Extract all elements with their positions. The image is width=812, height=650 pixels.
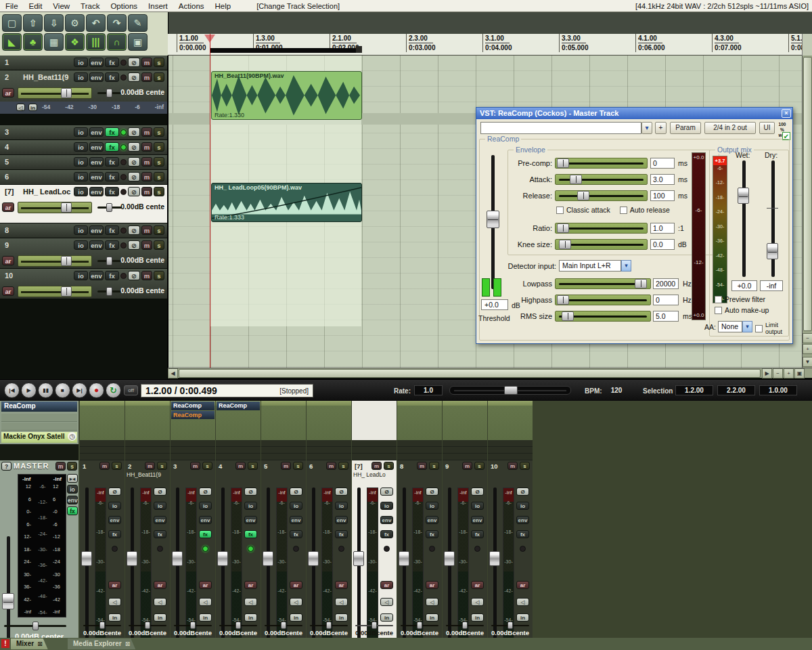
tab-media-explorer[interactable]: Media Explorer⊠ <box>68 638 135 649</box>
toolbar-open-project-icon-icon[interactable]: ⇧ <box>23 14 43 32</box>
dry-fader[interactable] <box>771 160 775 277</box>
mute-button[interactable]: m <box>141 187 152 196</box>
strip-fx-area[interactable] <box>125 401 170 440</box>
zoom-menu-icon[interactable]: ▣ <box>794 368 805 378</box>
pan-slider[interactable] <box>97 204 122 211</box>
strip-fx-button[interactable]: fx <box>516 530 529 538</box>
strip-fx-area[interactable]: ReaComp <box>216 401 261 440</box>
selection-length[interactable]: 1.0.00 <box>759 385 797 395</box>
fx-slot-bypassed[interactable]: ReaComp <box>171 411 215 419</box>
strip-pan-slider[interactable] <box>310 623 348 628</box>
fx-slot[interactable]: ReaComp <box>171 402 215 410</box>
loop-selection-bar[interactable] <box>210 48 361 53</box>
preset-combo[interactable] <box>480 122 641 134</box>
strip-fx-button[interactable]: fx <box>426 530 438 538</box>
input-button[interactable]: in <box>28 104 37 111</box>
selection-end[interactable]: 2.2.00 <box>717 385 755 395</box>
timeline-ruler[interactable]: 1.1.00 0:00.000 1.3.00 0:01.000 2.1.00 0… <box>168 34 802 56</box>
toolbar-envelope-icon-icon[interactable]: ◣ <box>2 33 22 51</box>
strip-fx-button[interactable]: fx <box>335 530 348 538</box>
strip-phase-button[interactable]: Ø <box>199 488 212 496</box>
strip-env-button[interactable]: env <box>199 516 212 524</box>
strip-fader-thumb[interactable] <box>172 551 183 566</box>
tab-close-icon[interactable]: ⊠ <box>37 641 43 647</box>
strip-fx-area[interactable] <box>307 401 351 440</box>
alert-badge[interactable]: ! <box>1 639 9 648</box>
record-arm-button[interactable] <box>120 174 127 180</box>
strip-speaker-button[interactable]: ◁ <box>154 598 166 606</box>
zoom-out-icon[interactable]: − <box>773 368 783 378</box>
strip-fader-thumb[interactable] <box>217 551 228 566</box>
param-slider[interactable] <box>555 295 651 305</box>
strip-automation-button[interactable]: ar <box>290 581 302 589</box>
fx-button[interactable]: fx <box>105 225 119 235</box>
strip-sends-area[interactable] <box>443 440 487 460</box>
env-button[interactable]: env <box>89 187 104 196</box>
output-checkbox[interactable]: Auto make-up <box>715 306 769 314</box>
param-value[interactable]: 20000 <box>653 278 679 289</box>
strip-mute-button[interactable]: m <box>235 462 246 470</box>
mute-button[interactable]: m <box>141 225 152 235</box>
strip-pan-thumb[interactable] <box>190 622 196 629</box>
limit-output-checkbox[interactable]: Limit output <box>755 322 792 335</box>
mixer-strip-3[interactable]: ReaComp ReaComp 3 m s -inf -6--18--30--4… <box>171 401 215 638</box>
track-panel-10[interactable]: 10 io env fx ⊘ m s ar <box>0 269 167 299</box>
param-slider-thumb[interactable] <box>577 191 589 200</box>
wet-value[interactable]: +0.0 <box>731 280 757 291</box>
strip-sends-area[interactable] <box>352 440 397 460</box>
ui-button[interactable]: UI <box>759 122 775 134</box>
strip-fader-thumb[interactable] <box>263 551 273 566</box>
solo-button[interactable]: s <box>154 225 164 235</box>
mixer-strip-HH_Beat11(9[interactable]: 2 m s HH_Beat11(9 -inf -6--18--30--42--5… <box>125 401 170 638</box>
add-preset-button[interactable]: + <box>655 122 667 134</box>
hardware-output[interactable]: Mackie Onyx Satell◷ <box>1 432 77 443</box>
strip-io-button[interactable]: io <box>471 502 484 510</box>
pan-slider-thumb[interactable] <box>106 287 112 296</box>
scroll-down-icon[interactable]: ▼ <box>803 357 812 367</box>
param-slider-thumb[interactable] <box>635 279 647 288</box>
env-button[interactable]: env <box>89 142 104 152</box>
strip-pan-thumb[interactable] <box>326 622 332 629</box>
strip-automation-button[interactable]: ar <box>244 581 257 589</box>
fx-button[interactable]: fx <box>105 72 119 82</box>
strip-sends-area[interactable] <box>488 440 533 460</box>
menu-item[interactable]: Options <box>105 2 143 10</box>
wet-fader[interactable] <box>742 160 746 277</box>
strip-automation-button[interactable]: ar <box>471 581 484 589</box>
strip-speaker-button[interactable]: ◁ <box>244 598 257 606</box>
mixer-strip-6[interactable]: 6 m s -inf -6--18--30--42--54- Ø io <box>307 401 351 638</box>
strip-fader-thumb[interactable] <box>127 551 137 566</box>
volume-slider[interactable] <box>18 255 92 267</box>
record-arm-button[interactable] <box>120 74 127 81</box>
fx-button[interactable]: fx <box>105 157 119 167</box>
track-panel-6[interactable]: 6 io env fx ⊘ m s ar <box>0 170 167 185</box>
io-button[interactable]: io <box>74 172 88 181</box>
mute-button[interactable]: m <box>141 127 152 137</box>
dry-value[interactable]: -inf <box>760 280 783 291</box>
strip-env-button[interactable]: env <box>290 516 302 524</box>
strip-pan-slider[interactable] <box>83 623 121 628</box>
scroll-right-icon[interactable]: ▶ <box>762 368 772 378</box>
master-pan-slider[interactable] <box>4 623 66 629</box>
strip-speaker-button[interactable]: ◁ <box>471 598 484 606</box>
strip-fx-button[interactable]: fx <box>380 530 393 538</box>
strip-automation-button[interactable]: ar <box>380 581 393 589</box>
env-button[interactable]: env <box>89 225 104 235</box>
strip-phase-button[interactable]: Ø <box>516 488 529 496</box>
strip-pan-slider[interactable] <box>401 623 438 628</box>
automation-mode-button[interactable]: ar <box>2 256 14 265</box>
mute-button[interactable]: m <box>141 271 152 280</box>
strip-solo-button[interactable]: s <box>293 462 303 470</box>
strip-solo-button[interactable]: s <box>474 462 484 470</box>
env-button[interactable]: env <box>89 271 104 280</box>
phase-button[interactable]: ⊘ <box>128 187 140 196</box>
master-env-button[interactable]: env <box>67 496 78 504</box>
vzoom-in-icon[interactable]: + <box>803 344 812 354</box>
track-panel-5[interactable]: 5 io env fx ⊘ m s ar <box>0 155 167 170</box>
automation-mode-button[interactable]: ar <box>2 202 14 212</box>
solo-button[interactable]: s <box>154 127 164 137</box>
strip-speaker-button[interactable]: ◁ <box>426 598 438 606</box>
transport-repeat-button-button[interactable]: ↻ <box>106 383 121 398</box>
volume-slider-thumb[interactable] <box>61 202 72 213</box>
track-name[interactable]: HH_Beat11(9 <box>23 73 68 81</box>
